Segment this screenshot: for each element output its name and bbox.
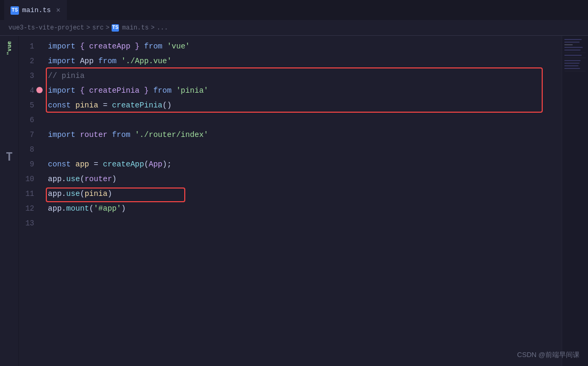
breadcrumb-ts-icon: TS <box>112 24 119 32</box>
breadcrumb-sep-1: > <box>86 24 90 32</box>
code-line-9: const app = createApp(App); <box>48 157 548 172</box>
minimap-line <box>564 55 582 56</box>
code-line-12: app.mount('#app') <box>48 201 548 216</box>
code-content: 1 2 3 4 5 6 7 8 9 10 11 12 13 <box>19 36 562 366</box>
line-num-9: 9 <box>19 157 43 172</box>
code-line-4: import { createPinia } from 'pinia' <box>48 83 548 98</box>
code-line-7: import router from './router/index' <box>48 127 548 142</box>
line-num-10: 10 <box>19 172 43 186</box>
line-num-3: 3 <box>19 68 43 83</box>
minimap-line <box>564 52 586 53</box>
code-lines-wrapper: import { createApp } from 'vue' import A… <box>48 39 559 363</box>
tab-main-ts[interactable]: TS main.ts × <box>4 0 67 20</box>
watermark-text: CSDN @前端早间课 <box>517 351 580 359</box>
code-line-10: app.use(router) <box>48 172 548 186</box>
tab-label: main.ts <box>22 6 51 14</box>
line-num-11: 11 <box>19 186 43 201</box>
line-num-6: 6 <box>19 113 43 127</box>
editor-window: TS main.ts × vue3-ts-vite-project > src … <box>0 0 588 366</box>
editor-main: "vue T 1 2 3 4 5 6 7 8 9 10 11 <box>0 36 588 366</box>
breadcrumb-project: vue3-ts-vite-project <box>8 24 84 32</box>
breadcrumb-sep-2: > <box>106 24 109 32</box>
watermark: CSDN @前端早间课 <box>517 350 580 360</box>
line-num-5: 5 <box>19 98 43 113</box>
minimap-line <box>564 47 583 48</box>
breadcrumb: vue3-ts-vite-project > src > TS main.ts … <box>0 20 588 36</box>
minimap-line <box>564 71 586 72</box>
code-line-6 <box>48 113 548 127</box>
line-num-8: 8 <box>19 142 43 157</box>
sidebar-t-letter: T <box>6 150 13 163</box>
left-sidebar: "vue T <box>0 36 19 366</box>
code-line-11: app.use(pinia) <box>48 186 548 201</box>
code-line-13 <box>48 216 548 231</box>
code-line-5: const pinia = createPinia() <box>48 98 548 113</box>
line-num-1: 1 <box>19 39 43 54</box>
minimap-line <box>564 65 579 66</box>
minimap-line <box>564 57 586 58</box>
line-num-2: 2 <box>19 54 43 68</box>
breakpoint-dot <box>36 87 43 93</box>
line-num-7: 7 <box>19 127 43 142</box>
minimap-line <box>564 68 580 69</box>
breadcrumb-src: src <box>92 24 104 32</box>
code-line-2: import App from './App.vue' <box>48 54 548 68</box>
minimap-line <box>564 63 580 64</box>
minimap-line <box>564 44 573 45</box>
minimap-line <box>564 42 580 43</box>
code-lines: import { createApp } from 'vue' import A… <box>48 39 559 231</box>
tab-close-button[interactable]: × <box>56 6 61 15</box>
minimap-line <box>564 39 582 40</box>
tab-bar: TS main.ts × <box>0 0 588 20</box>
line-numbers: 1 2 3 4 5 6 7 8 9 10 11 12 13 <box>19 39 48 363</box>
line-num-13: 13 <box>19 216 43 231</box>
code-line-3: // pinia <box>48 68 548 83</box>
breadcrumb-dots: ... <box>157 24 168 32</box>
code-area: 1 2 3 4 5 6 7 8 9 10 11 12 13 <box>19 36 562 366</box>
line-num-12: 12 <box>19 201 43 216</box>
code-line-8 <box>48 142 548 157</box>
sidebar-vue-label: "vue <box>6 41 13 55</box>
minimap-line <box>564 50 581 51</box>
breadcrumb-sep-3: > <box>151 24 154 32</box>
ts-icon: TS <box>11 6 19 15</box>
code-line-1: import { createApp } from 'vue' <box>48 39 548 54</box>
minimap-line <box>564 60 581 61</box>
minimap <box>562 36 588 366</box>
breadcrumb-file: main.ts <box>122 24 148 32</box>
